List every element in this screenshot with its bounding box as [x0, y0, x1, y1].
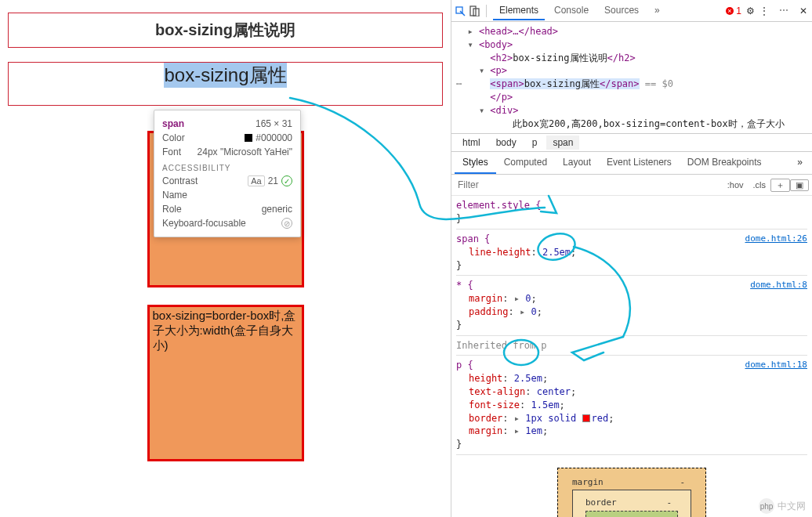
pass-icon: ✓	[281, 175, 292, 186]
element-inspector-tooltip: span 165 × 31 Color #000000 Font 24px "M…	[154, 110, 301, 237]
subtab-layout[interactable]: Layout	[555, 152, 599, 174]
style-element-selector: element.style {	[456, 200, 541, 211]
color-swatch	[245, 134, 252, 142]
cls-toggle[interactable]: .cls	[749, 180, 771, 190]
subtab-computed[interactable]: Computed	[496, 152, 555, 174]
tooltip-tag: span	[162, 118, 184, 129]
source-link-span[interactable]: dome.html:26	[745, 233, 807, 244]
crumb-body[interactable]: body	[490, 136, 523, 150]
error-count: 1	[736, 5, 741, 16]
inspect-icon[interactable]	[455, 5, 466, 16]
error-indicator[interactable]: × 1	[725, 5, 741, 16]
tooltip-contrast-label: Contrast	[162, 175, 198, 186]
devtools-panel: Elements Console Sources » × 1 ⚙ ⋮ ⋯ ✕ ▸…	[451, 0, 812, 517]
tooltip-accessibility-heading: ACCESSIBILITY	[162, 164, 292, 172]
crumb-span[interactable]: span	[546, 136, 579, 150]
styles-subtabs: Styles Computed Layout Event Listeners D…	[451, 152, 812, 175]
subtab-styles[interactable]: Styles	[455, 152, 496, 174]
more-icon[interactable]: ⋯	[773, 2, 795, 20]
watermark-logo-icon: php	[759, 498, 774, 514]
styles-filter-input[interactable]	[455, 176, 723, 193]
tab-elements[interactable]: Elements	[493, 2, 545, 20]
dom-tree[interactable]: ▸ <head>…</head> ▾ <body> <h2>box-sizing…	[451, 22, 812, 134]
devtools-toolbar: Elements Console Sources » × 1 ⚙ ⋮ ⋯ ✕	[451, 0, 812, 22]
box-model-diagram: margin- border- padding- auto × auto	[557, 468, 706, 517]
close-icon[interactable]: ✕	[798, 5, 809, 16]
watermark: php 中文网	[759, 498, 806, 514]
border-box-text: box-sizing=border-box时,盒子大小为:width(盒子自身大…	[153, 309, 296, 352]
styles-pane[interactable]: element.style {} dome.html:26 span { lin…	[451, 196, 812, 517]
svg-text:×: ×	[728, 7, 732, 15]
device-icon[interactable]	[469, 5, 480, 16]
new-style-button[interactable]: ＋	[770, 179, 790, 192]
border-box-demo: box-sizing=border-box时,盒子大小为:width(盒子自身大…	[147, 305, 304, 461]
inherited-label: Inherited from p	[456, 339, 807, 352]
crumb-p[interactable]: p	[526, 136, 544, 150]
fail-icon: ⊘	[281, 218, 292, 229]
gear-icon[interactable]: ⚙	[745, 5, 756, 16]
tooltip-color-value: #000000	[256, 132, 292, 143]
selected-span[interactable]: box-sizing属性	[164, 63, 286, 88]
tooltip-role-value: generic	[262, 204, 292, 215]
page-content: box-sizing属性说明 box-sizing属性 x box-sizing…	[0, 0, 451, 517]
hov-toggle[interactable]: :hov	[723, 180, 749, 190]
tooltip-name-label: Name	[162, 190, 187, 201]
subtab-dom-breakpoints[interactable]: DOM Breakpoints	[680, 152, 770, 174]
tooltip-font-value: 24px "Microsoft YaHei"	[198, 146, 292, 157]
dom-breadcrumbs: html body p span	[451, 134, 812, 152]
subtab-more[interactable]: »	[791, 152, 809, 174]
styles-filter-row: :hov .cls ＋ ▣	[451, 175, 812, 196]
tab-sources[interactable]: Sources	[598, 2, 645, 20]
color-swatch-red	[582, 414, 590, 422]
tooltip-font-label: Font	[162, 146, 181, 157]
crumb-html[interactable]: html	[456, 136, 487, 150]
menu-icon[interactable]: ⋮	[759, 5, 770, 16]
tooltip-color-label: Color	[162, 132, 185, 143]
page-heading: box-sizing属性说明	[8, 13, 443, 48]
tab-console[interactable]: Console	[548, 2, 595, 20]
source-link-p[interactable]: dome.html:18	[745, 359, 807, 371]
source-link-star[interactable]: dome.html:8	[750, 279, 807, 291]
tab-more[interactable]: »	[648, 2, 666, 20]
watermark-text: 中文网	[778, 500, 806, 513]
style-panel-button[interactable]: ▣	[790, 179, 809, 191]
tooltip-dimensions: 165 × 31	[256, 118, 292, 129]
paragraph-box: box-sizing属性	[8, 62, 443, 106]
contrast-aa-badge: Aa	[248, 175, 264, 186]
tooltip-keyboard-focusable-label: Keyboard-focusable	[162, 218, 246, 229]
subtab-event-listeners[interactable]: Event Listeners	[599, 152, 680, 174]
tooltip-role-label: Role	[162, 204, 182, 215]
contrast-value: 21	[268, 175, 278, 186]
